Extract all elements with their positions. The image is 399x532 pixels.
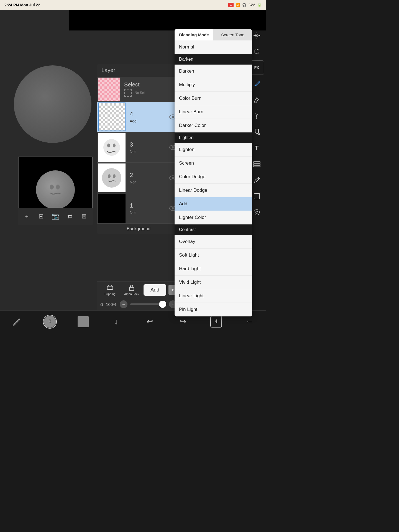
alpha-lock-label: Alpha Lock (124, 292, 139, 296)
pen-icon (253, 80, 261, 88)
text-icon: T (255, 144, 259, 152)
svg-point-0 (50, 185, 54, 190)
blend-color-burn[interactable]: Color Burn (175, 92, 252, 105)
blend-multiply[interactable]: Multiply (175, 78, 252, 92)
blend-linear-burn[interactable]: Linear Burn (175, 105, 252, 119)
header-bar (69, 10, 266, 30)
blend-list: Normal Darken Darken Multiply Color Burn… (175, 40, 252, 316)
blend-mode-bar: Clipping Alpha Lock Add ▼ (97, 282, 180, 298)
color-square (78, 316, 89, 327)
blend-add[interactable]: Add (175, 197, 252, 211)
blend-linear-dodge[interactable]: Linear Dodge (175, 184, 252, 197)
blend-normal[interactable]: Normal (175, 40, 252, 54)
section-contrast: Contrast (175, 224, 252, 235)
svg-point-29 (256, 211, 258, 213)
redo-icon: ↪ (180, 317, 186, 326)
layer-row-1[interactable]: 1 Nor (97, 193, 180, 224)
status-time: 2:24 PM Mon Jul 22 (4, 3, 40, 7)
merge-btn[interactable]: ⊠ (78, 211, 90, 222)
layer-label-2: Nor (130, 180, 165, 184)
blend-pin-light[interactable]: Pin Light (175, 303, 252, 316)
opacity-value: 100% (106, 302, 117, 307)
fx-label: FX (254, 65, 259, 70)
layer-row-select[interactable]: Select No Sel (97, 77, 180, 102)
alpha-lock-button[interactable]: Alpha Lock (122, 284, 141, 296)
blend-lighten[interactable]: Lighten (175, 143, 252, 157)
select-label: Select (124, 81, 177, 88)
charge-icon: 🔋 (257, 3, 262, 7)
opacity-minus-btn[interactable]: − (120, 300, 127, 308)
face-svg-2 (105, 172, 119, 183)
down-arrow-nav[interactable]: ↓ (108, 313, 125, 330)
color-wheel: 8 ⚬ (43, 315, 57, 329)
layer-info-2: 2 Nor (126, 169, 168, 186)
svg-rect-26 (254, 165, 260, 167)
lasso-icon (253, 48, 261, 55)
blend-lighter-color[interactable]: Lighter Color (175, 211, 252, 224)
blend-screen[interactable]: Screen (175, 157, 252, 170)
add-layer-btn[interactable]: + (21, 211, 33, 222)
layer-thumb-select (98, 78, 120, 101)
layer-row-2[interactable]: 2 Nor (97, 163, 180, 193)
layer-panel-title: Layer (97, 64, 180, 77)
status-icons: ● 📶 🎧 24% 🔋 (228, 3, 262, 7)
blend-soft-light[interactable]: Soft Light (175, 249, 252, 262)
headphone-icon: 🎧 (242, 3, 246, 7)
layers-icon (253, 161, 261, 167)
svg-point-10 (113, 174, 116, 178)
camera-btn[interactable]: 📷 (50, 211, 61, 222)
blend-linear-light[interactable]: Linear Light (175, 289, 252, 303)
face-svg-thumb (46, 181, 65, 198)
svg-text:⚬: ⚬ (48, 319, 52, 324)
layer-row-3[interactable]: 3 Nor (97, 132, 180, 163)
blend-overlay[interactable]: Overlay (175, 235, 252, 249)
svg-point-9 (108, 174, 111, 178)
svg-point-23 (258, 133, 260, 135)
face-svg-3 (102, 138, 121, 157)
blend-color-dodge[interactable]: Color Dodge (175, 170, 252, 184)
clipping-button[interactable]: Clipping (100, 284, 120, 296)
layer-info-3: 3 Nor (126, 139, 168, 156)
svg-rect-28 (254, 193, 260, 199)
svg-rect-25 (254, 163, 260, 165)
brush-tool-nav[interactable] (8, 313, 25, 330)
color-wheel-svg: 8 ⚬ (44, 315, 56, 328)
rect-icon (253, 192, 261, 200)
layer-num-2: 2 (130, 172, 165, 179)
color-square-nav[interactable] (75, 313, 91, 330)
svg-point-22 (256, 35, 257, 36)
blend-mode-display[interactable]: Add (144, 284, 166, 296)
layer-panel: Layer Select No Sel 4 Add (97, 64, 180, 234)
color-circle-nav[interactable]: 8 ⚬ (42, 313, 58, 330)
section-lighten: Lighten (175, 132, 252, 143)
smudge-icon (253, 112, 261, 120)
svg-point-31 (13, 324, 14, 326)
opacity-row: α 100% − + (97, 298, 180, 310)
layer-thumb-4 (99, 103, 125, 131)
tab-blending-mode[interactable]: Blending Mode (175, 29, 213, 40)
opacity-slider-track[interactable] (130, 303, 166, 305)
layer-count-badge: 4 (210, 316, 222, 328)
layer-row-4[interactable]: 4 Add (97, 102, 180, 132)
canvas-circle (14, 65, 91, 143)
blend-hard-light[interactable]: Hard Light (175, 262, 252, 276)
blend-darker-color[interactable]: Darker Color (175, 119, 252, 132)
layer-thumb-1 (98, 194, 126, 223)
blend-darken[interactable]: Darken (175, 65, 252, 78)
down-arrow-icon: ↓ (114, 317, 118, 326)
svg-point-3 (172, 116, 174, 118)
pencil-icon (253, 176, 261, 184)
layer-info-1: 1 Nor (126, 200, 168, 217)
svg-point-8 (172, 146, 174, 149)
wifi-icon: 📶 (236, 3, 240, 7)
blend-vivid-light[interactable]: Vivid Light (175, 276, 252, 289)
brush-icon (12, 317, 22, 327)
undo-nav[interactable]: ↩ (141, 313, 158, 330)
undo-icon: ↩ (147, 317, 153, 326)
duplicate-layer-btn[interactable]: ⊞ (35, 211, 47, 222)
settings-icon (253, 208, 261, 216)
tab-screen-tone[interactable]: Screen Tone (213, 29, 252, 40)
layer-num-3: 3 (130, 141, 165, 148)
flip-btn[interactable]: ⇄ (64, 211, 76, 222)
svg-rect-24 (254, 162, 260, 163)
